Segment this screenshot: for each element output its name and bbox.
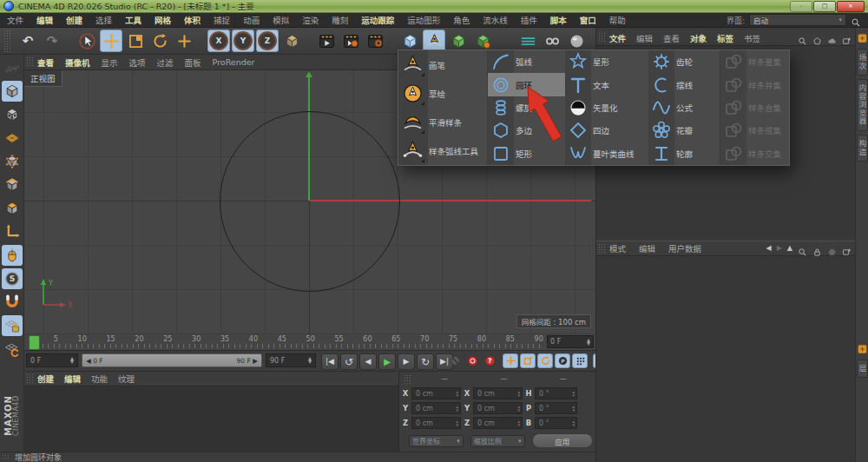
material-menu-item[interactable]: 功能 [91,373,108,385]
live-selection-tool[interactable] [76,30,98,52]
key-scale-toggle[interactable] [520,353,536,368]
history-forward-icon[interactable]: ▶ [777,245,782,252]
spline-tool-item[interactable]: 样条弧线工具 [398,136,487,165]
settings-icon[interactable] [827,244,837,254]
attribute-manager-menu-item[interactable]: 编辑 [639,242,655,254]
spline-shape-item[interactable]: 花瓣 [648,119,720,142]
viewport-menu-item[interactable]: 选项 [129,56,146,69]
spline-shape-item[interactable]: 多边 [488,119,565,142]
menu-item[interactable]: 窗口 [580,14,596,26]
record-keyframe-button[interactable] [464,353,480,368]
circle-spline-preview[interactable] [220,111,400,292]
menu-item[interactable]: 角色 [453,14,470,26]
viewport-menu-item[interactable]: 查看 [37,56,54,69]
material-menu-item[interactable]: 创建 [37,373,54,385]
object-manager-menu-item[interactable]: 文件 [609,32,626,44]
key-position-toggle[interactable] [503,353,518,368]
rotation-field[interactable]: 0 °▴▾ [535,417,577,429]
spline-shape-item[interactable]: 圆环 [488,73,565,96]
sidebar-mode-button[interactable] [2,128,23,148]
lock-z-axis-button[interactable]: Z [256,30,279,52]
view-name-label[interactable]: 正视图 [24,70,62,87]
goto-start-button[interactable]: |◀ [321,353,339,370]
maximize-button[interactable]: □ [813,1,836,12]
spline-tool-item[interactable]: 草绘 [398,79,487,108]
menu-item[interactable]: 雕刻 [332,14,348,26]
timeline-playhead[interactable] [29,335,40,350]
tab-takes[interactable]: 场次 [857,49,868,76]
spline-shape-item[interactable]: 矩形 [488,142,565,165]
attribute-manager-content[interactable] [596,256,855,462]
render-picture-viewer-button[interactable] [339,30,362,52]
menu-item[interactable]: 流水线 [483,14,508,26]
attribute-manager-handle[interactable] [598,243,607,254]
coordinate-system-button[interactable] [280,30,303,52]
attribute-manager-menu-item[interactable]: 模式 [609,242,626,254]
parent-up-icon[interactable]: ▲ [787,245,792,252]
lock-y-axis-button[interactable]: Y [232,30,254,52]
spline-shape-item[interactable]: 齿轮 [648,50,720,73]
material-menu-item[interactable]: 编辑 [64,373,81,385]
tab-structure[interactable]: 构造 [857,135,868,162]
sidebar-mode-button[interactable] [2,315,23,336]
menu-item[interactable]: 模拟 [273,14,289,26]
object-manager-menu-item[interactable]: 书签 [744,32,760,44]
render-view-button[interactable] [315,30,338,52]
minimize-button[interactable]: – [790,1,812,12]
play-backwards-button[interactable]: ↺ [340,353,358,370]
scale-tool[interactable] [124,30,147,52]
position-field[interactable]: 0 cm▴▾ [411,417,461,429]
spinner-arrows-icon[interactable]: ▴▾ [308,357,312,364]
search-icon[interactable] [798,33,807,43]
sidebar-mode-button[interactable] [2,245,23,266]
tab-layers[interactable]: 层 [857,360,868,379]
spline-shape-item[interactable]: 螺旋 [488,96,565,119]
menu-item[interactable]: 创建 [66,14,82,26]
spline-shape-item[interactable]: 蔓叶类曲线 [565,142,648,165]
sidebar-mode-button[interactable] [2,151,23,172]
sidebar-mode-button[interactable] [2,175,23,195]
redo-button[interactable]: ↷ [41,30,63,52]
apply-button[interactable]: 应用 [532,433,593,448]
position-field[interactable]: 0 cm▴▾ [411,402,461,414]
objects-tab-icon[interactable] [857,31,868,45]
sidebar-mode-button[interactable] [2,57,23,78]
menu-item[interactable]: 运动图形 [407,14,440,26]
sidebar-mode-button[interactable] [2,292,23,313]
object-manager-handle[interactable] [598,32,607,43]
spline-shape-item[interactable]: 矢量化 [565,96,648,119]
object-manager-menu-item[interactable]: 标签 [717,32,733,44]
sidebar-mode-button[interactable] [2,81,23,102]
menu-item[interactable]: 帮助 [609,14,626,26]
size-field[interactable]: 0 cm▴▾ [473,387,523,399]
attribute-manager-menu-item[interactable]: 用户数据 [668,242,701,254]
add-panel-icon[interactable] [842,33,852,43]
menu-item[interactable]: 工具 [125,14,141,26]
interface-dropdown[interactable]: 启动 ▾ [749,14,846,26]
record-disabled-button[interactable] [447,353,463,368]
lock-x-axis-button[interactable]: X [207,30,230,52]
spline-shape-item[interactable]: 文本 [565,73,648,96]
rotate-tool[interactable] [148,30,171,52]
key-pla-toggle[interactable] [572,353,588,368]
add-panel-icon[interactable] [842,244,852,254]
undo-button[interactable]: ↶ [16,30,39,52]
last-tool-button[interactable] [173,30,195,52]
spline-shape-item[interactable]: 公式 [648,96,720,119]
menu-item[interactable]: 网格 [155,14,171,26]
spline-tool-item[interactable]: 画笔 [398,50,487,79]
next-frame-button[interactable]: ▶ [398,353,415,370]
timeline-ruler[interactable]: 051015202530354045505560657075808590 0 F… [24,334,595,351]
toolbar-drag-handle[interactable] [3,30,12,52]
tab-content-browser[interactable]: 内容浏览器 [857,79,868,131]
size-field[interactable]: 0 cm▴▾ [473,402,523,414]
spline-shape-item[interactable]: 轮廓 [648,142,720,165]
key-rotation-toggle[interactable] [537,353,553,368]
menu-item[interactable]: 动画 [243,14,260,26]
sidebar-mode-button[interactable]: S [2,268,23,289]
sidebar-mode-button[interactable] [2,339,23,360]
preview-range-slider[interactable]: ◀ 0 F 90 F ▶ [82,353,262,367]
current-frame-field[interactable]: 0 F ▴▾ [26,353,78,367]
menu-item[interactable]: 运动跟踪 [361,14,394,26]
search-icon[interactable] [851,15,861,25]
